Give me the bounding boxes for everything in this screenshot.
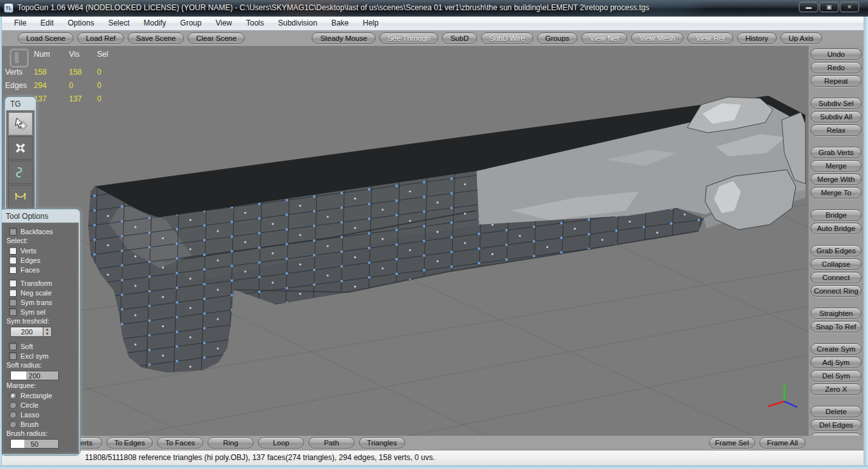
sym-sel-checkbox-row: Sym sel (6, 307, 75, 316)
delete-tool[interactable] (8, 137, 33, 160)
transform-checkbox-label: Transform (20, 279, 52, 287)
tg-palette-title[interactable]: TG (6, 98, 34, 110)
path-button[interactable]: Path (308, 437, 354, 449)
del-sym-button[interactable]: Del Sym (811, 370, 862, 382)
close-button[interactable]: ✕ (840, 2, 859, 12)
menu-view[interactable]: View (208, 17, 239, 30)
snap-to-ref-button[interactable]: Snap To Ref (811, 321, 862, 332)
window-title: TopoGun 1.06 W64 (NODELOCKED LICENSE) (Y… (17, 3, 803, 13)
up-axis-button[interactable]: Up Axis (780, 33, 822, 44)
rectangle-radio[interactable] (9, 392, 17, 399)
grab-verts-button[interactable]: Grab Verts (811, 147, 862, 158)
delete-button[interactable]: Delete (811, 406, 862, 417)
load-ref-button[interactable]: Load Ref (77, 33, 124, 44)
verts-checkbox[interactable] (9, 247, 17, 255)
curve-icon (13, 165, 28, 180)
frame-sel-button[interactable]: Frame Sel (709, 437, 755, 449)
move-arrow-icon (13, 116, 28, 131)
undo-button[interactable]: Undo (811, 48, 862, 60)
neg-scale-checkbox-row: Neg scale (6, 288, 75, 297)
to-edges-button[interactable]: To Edges (107, 437, 153, 449)
connect-button[interactable]: Connect (811, 272, 862, 283)
edges-checkbox-row: Edges (6, 255, 75, 265)
window-border-bottom (0, 465, 868, 469)
see-through-button[interactable]: See Through (379, 33, 438, 44)
transform-checkbox[interactable] (9, 279, 17, 287)
redo-button[interactable]: Redo (811, 62, 862, 73)
load-scene-button[interactable]: Load Scene (18, 33, 73, 44)
bridge-button[interactable]: Bridge (811, 209, 862, 221)
clear-scene-button[interactable]: Clear Scene (188, 33, 245, 44)
del-edges-button[interactable]: Del Edges (811, 419, 862, 431)
menu-subdivision[interactable]: Subdivision (271, 17, 324, 30)
menu-select[interactable]: Select (101, 17, 136, 30)
faces-checkbox-row: Faces (6, 265, 75, 274)
frame-all-button[interactable]: Frame All (759, 437, 805, 449)
backfaces-checkbox[interactable] (9, 228, 17, 235)
to-faces-button[interactable]: To Faces (157, 437, 203, 449)
faces-checkbox[interactable] (9, 266, 17, 274)
collapse-button[interactable]: Collapse (811, 258, 862, 270)
create-sym-button[interactable]: Create Sym (811, 343, 862, 355)
lasso-radio[interactable] (9, 411, 17, 419)
zero-x-button[interactable]: Zero X (811, 383, 862, 395)
brush-radio[interactable] (9, 421, 17, 428)
sym-threshold-input[interactable]: 200 (10, 327, 43, 337)
connect-ring-button[interactable]: Connect Ring (811, 285, 862, 297)
adj-sym-button[interactable]: Adj Sym (811, 357, 862, 368)
draw-curve-tool[interactable] (8, 161, 33, 184)
move-select-tool[interactable] (8, 112, 33, 135)
menu-options[interactable]: Options (61, 17, 101, 30)
subdiv-all-button[interactable]: Subdiv All (811, 111, 862, 123)
history-button[interactable]: History (737, 33, 777, 44)
view-ref-button[interactable]: View Ref (687, 33, 733, 44)
grab-edges-button[interactable]: Grab Edges (811, 245, 862, 257)
menu-tools[interactable]: Tools (239, 17, 271, 30)
save-scene-button[interactable]: Save Scene (128, 33, 184, 44)
loop-button[interactable]: Loop (258, 437, 304, 449)
subd-wire-button[interactable]: SubD Wire (481, 33, 533, 44)
radius-slider-field: 50 (10, 439, 75, 449)
viewport-3d[interactable] (2, 46, 809, 436)
menu-group[interactable]: Group (173, 17, 208, 30)
triangles-button[interactable]: Triangles (359, 437, 405, 449)
subd-button[interactable]: SubD (442, 33, 477, 44)
title-bar[interactable]: TL TopoGun 1.06 W64 (NODELOCKED LICENSE)… (0, 0, 868, 17)
bridge-tool[interactable] (8, 185, 33, 208)
view-mesh-button[interactable]: View Mesh (631, 33, 683, 44)
sym-trans-checkbox[interactable] (9, 299, 17, 306)
menu-help[interactable]: Help (356, 17, 386, 30)
radius-slider[interactable]: 200 (10, 371, 59, 380)
tool-options-title[interactable]: Tool Options (2, 211, 79, 223)
soft-checkbox[interactable] (9, 343, 17, 350)
groups-button[interactable]: Groups (537, 33, 578, 44)
relax-button[interactable]: Relax (811, 124, 862, 136)
scene-svg (2, 46, 809, 436)
minimize-button[interactable]: ▬ (799, 2, 818, 12)
menu-modify[interactable]: Modify (137, 17, 173, 30)
circle-radio[interactable] (9, 401, 17, 409)
menu-edit[interactable]: Edit (33, 17, 61, 30)
edges-checkbox[interactable] (9, 257, 17, 264)
repeat-button[interactable]: Repeat (811, 75, 862, 87)
subdiv-sel-button[interactable]: Subdiv Sel (811, 98, 862, 109)
button-group: Subdiv SelSubdiv AllRelax (811, 98, 862, 136)
merge-to-button[interactable]: Merge To (811, 187, 862, 198)
sym-sel-checkbox[interactable] (9, 308, 17, 316)
steady-mouse-button[interactable]: Steady Mouse (312, 33, 376, 44)
menu-bake[interactable]: Bake (324, 17, 356, 30)
view-net-button[interactable]: View Net (581, 33, 627, 44)
auto-bridge-button[interactable]: Auto Bridge (811, 223, 862, 234)
straighten-button[interactable]: Straighten (811, 308, 862, 319)
merge-with-button[interactable]: Merge With (811, 174, 862, 185)
neg-scale-checkbox[interactable] (9, 289, 17, 297)
restore-button[interactable]: ▣ (819, 2, 839, 12)
rectangle-radio-row: Rectangle (6, 391, 75, 400)
radius-slider[interactable]: 50 (10, 439, 59, 449)
spinner-arrows-icon[interactable]: ▲ ▼ (43, 327, 52, 337)
menu-file[interactable]: File (7, 17, 33, 30)
convert-selection-buttons: To VertsTo EdgesTo FacesRingLoopPathTria… (56, 437, 405, 449)
ring-button[interactable]: Ring (208, 437, 254, 449)
excl-sym-checkbox[interactable] (9, 352, 17, 360)
merge-button[interactable]: Merge (811, 160, 862, 172)
